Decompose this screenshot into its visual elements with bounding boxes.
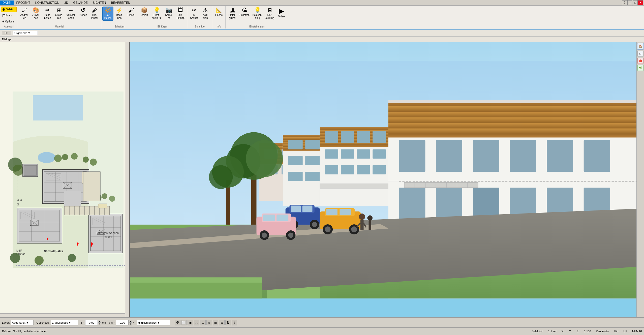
objekt-button[interactable]: 📦 Objekt	[139, 7, 150, 18]
svg-point-5	[71, 153, 78, 160]
svg-rect-201	[130, 283, 262, 298]
flaeche-button[interactable]: 📐 Fläche	[213, 7, 224, 18]
auswahl-label: Auswahl	[1, 25, 17, 28]
rechnen-icon: ⚡	[116, 8, 123, 13]
hintergrund-button[interactable]: 🏞 Hinter-grund	[227, 7, 238, 21]
phi-spin-up[interactable]: ▲	[129, 320, 132, 323]
l-spin-down[interactable]: ▼	[98, 323, 101, 325]
svg-rect-36	[19, 210, 60, 241]
close-button[interactable]: ✕	[638, 0, 643, 5]
kamera-button[interactable]: 📷 Kame-ra	[163, 7, 174, 21]
bitmap-button[interactable]: 🖼 3D-Bitmap	[175, 7, 186, 21]
minimize-button[interactable]: _	[627, 0, 632, 5]
view-btn-4[interactable]: 🌿	[637, 65, 643, 71]
svg-text:94 Stellplätze: 94 Stellplätze	[44, 250, 63, 253]
floorplan-scrollbar-h[interactable]	[0, 313, 125, 317]
svg-rect-173	[302, 206, 313, 212]
ribbon-group-auswahl: ⊕ Selekt ◫ Mark. + Optionen Auswahl	[0, 6, 18, 28]
hin-button[interactable]: 🖌 Hin.Pinsel	[89, 7, 100, 21]
terrain-dropdown[interactable]: Urgelände ▼	[13, 31, 38, 35]
menu-gelaende[interactable]: GELÄNDE	[71, 1, 90, 5]
dl-chevron-icon: ▼	[157, 321, 160, 324]
mark-button[interactable]: ◫ Mark.	[1, 13, 17, 18]
drehen-button[interactable]: ↺ Drehen	[77, 7, 88, 18]
grid-icon[interactable]: ▣	[188, 320, 193, 325]
bearbeiten-button[interactable]: ✏ Bear-beiten	[42, 7, 53, 21]
drehen-icon: ↺	[81, 8, 85, 13]
schnitt-button[interactable]: ✂ 3D-Schnitt	[188, 7, 199, 21]
status-bar: Layer: Abgehängt ▼ Geschoss: Erdgeschoss…	[0, 317, 644, 327]
target-icon[interactable]: ⊞	[219, 320, 225, 325]
menu-bearbeiten[interactable]: BEARBEITEN	[109, 1, 133, 5]
svg-rect-73	[98, 204, 107, 208]
lichtquelle-button[interactable]: 💡 Licht-quelle ▼	[150, 7, 163, 21]
skalieren-button[interactable]: ⊞ Skalie-ren	[54, 7, 65, 21]
triangle-icon[interactable]: △	[194, 320, 199, 325]
svg-rect-133	[399, 140, 425, 172]
rechnen-button[interactable]: ⚡ Rech-nen	[114, 7, 125, 21]
menu-datei[interactable]: DATEI	[0, 1, 14, 5]
dl-dropdown[interactable]: dl (Richtung/Di ▼	[137, 320, 170, 325]
svg-point-198	[367, 215, 373, 221]
unit-value: Zentimeter	[596, 330, 609, 333]
l-input[interactable]	[85, 320, 98, 325]
geschoss-label: Geschoss:	[37, 321, 50, 324]
hintergrund-icon: 🏞	[229, 8, 235, 13]
video-button[interactable]: ▶ Video	[276, 7, 287, 19]
phi-label: phi =	[109, 321, 115, 324]
maximize-button[interactable]: □	[633, 0, 638, 5]
menu-konstruktion[interactable]: KONSTRUKTION	[33, 1, 62, 5]
phi-spin-group: ▲ ▼	[116, 320, 132, 325]
svg-rect-97	[305, 140, 320, 149]
breadcrumb-3d-tab[interactable]: 3D	[2, 31, 11, 35]
pinsel-button[interactable]: 🖌 Pinsel	[126, 7, 137, 18]
layer-dropdown[interactable]: Abgehängt ▼	[11, 320, 34, 325]
compass-icon[interactable]: N	[225, 320, 231, 325]
abgreifen-button[interactable]: 🖊 Abgrei-fen	[19, 7, 30, 21]
l-spin-buttons: ▲ ▼	[98, 320, 101, 325]
uf-label: UF	[623, 330, 627, 333]
phi-input[interactable]	[116, 320, 129, 325]
render-canvas[interactable]	[130, 42, 636, 317]
svg-rect-137	[547, 140, 573, 172]
hin-icon: 🖌	[92, 8, 97, 13]
dialoge-bar: Dialoge:	[0, 37, 644, 42]
clock-icon[interactable]: ⏱	[175, 320, 180, 325]
video-icon: ▶	[279, 8, 284, 15]
darstellung-button[interactable]: 🖥 Dar-stellung	[264, 7, 275, 21]
help-button[interactable]: ?	[622, 0, 627, 5]
darstellen-button[interactable]: 🔆 Dar-stellen	[102, 7, 113, 21]
floorplan-scrollbar-v[interactable]	[125, 42, 129, 317]
beleuchtung-icon: 💡	[254, 8, 261, 13]
l-spin-group: ▲ ▼	[85, 320, 101, 325]
optionen-button[interactable]: + Optionen	[1, 19, 17, 24]
square-grid-icon[interactable]: ⊞	[213, 320, 218, 325]
floorplan-canvas[interactable]: Betreutes Wohnen 27 WE	[0, 42, 129, 317]
view-btn-3[interactable]: 🔴	[637, 58, 643, 64]
verschieben-icon: ↔	[68, 8, 74, 13]
menu-dots-icon[interactable]: ⁞	[232, 320, 237, 325]
geschoss-dropdown[interactable]: Erdgeschoss ▼	[51, 320, 78, 325]
view-btn-1[interactable]: 🏠	[637, 43, 644, 50]
menu-projekt[interactable]: PROJEKT	[14, 1, 33, 5]
l-spin-up[interactable]: ▲	[98, 320, 101, 323]
beleuchtung-button[interactable]: 💡 Beleuch-tung	[251, 7, 264, 21]
dl-field: dl (Richtung/Di ▼	[137, 320, 170, 325]
verschieben-button[interactable]: ↔ Verschi-eben	[65, 7, 77, 21]
monitor-icon[interactable]: ⬜	[181, 320, 187, 325]
selekt-button[interactable]: ⊕ Selekt	[1, 7, 17, 12]
abgreifen-icon: 🖊	[22, 8, 27, 13]
schatten-einst-button[interactable]: 🌤 Schatten	[238, 7, 251, 18]
svg-point-17	[109, 196, 115, 202]
kollision-button[interactable]: ⚠ Kolli-sion	[200, 7, 211, 21]
view-btn-2[interactable]: ⬡	[637, 51, 643, 57]
menu-sichten[interactable]: SICHTEN	[90, 1, 109, 5]
hex-icon[interactable]: ⬡	[200, 320, 206, 325]
kollision-icon: ⚠	[203, 8, 208, 13]
menu-3d[interactable]: 3D	[62, 1, 71, 5]
diamond-icon[interactable]: ◈	[206, 320, 212, 325]
ribbon-group-sonstige: ✂ 3D-Schnitt ⚠ Kolli-sion Sonstige	[187, 6, 212, 28]
zuweisen-button[interactable]: 🎨 Zuwei-sen	[30, 7, 42, 21]
svg-rect-119	[341, 165, 354, 174]
phi-spin-down[interactable]: ▼	[129, 323, 132, 325]
